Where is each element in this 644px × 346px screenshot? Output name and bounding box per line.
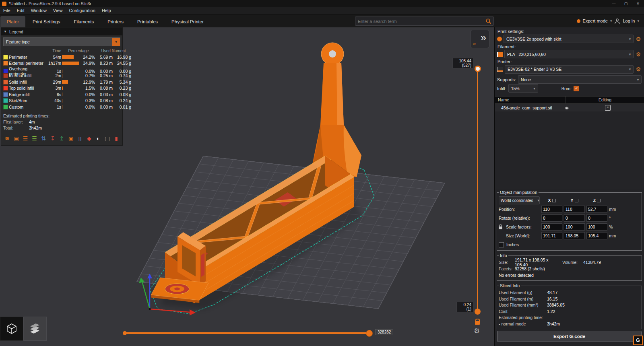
feature-color-swatch (3, 98, 8, 103)
preview-view-button[interactable] (23, 317, 47, 341)
tab-filaments[interactable]: Filaments (67, 16, 100, 27)
object-row[interactable]: 45d-angle_cam_support.stl ◉ ≡ (495, 104, 644, 111)
feature-weight: 24.55 g (114, 61, 131, 66)
printer-dropdown[interactable]: E3V3SE-02 * Ender 3 V3 SE ▾ (505, 65, 634, 74)
feature-label: Internal infill (9, 73, 46, 78)
search-box[interactable] (355, 16, 494, 26)
menu-bar: File Edit Window View Configuration Help (0, 7, 644, 14)
filament-gear-icon[interactable]: ⚙ (635, 51, 642, 58)
size-z-input[interactable] (586, 232, 607, 239)
layer-slider-bottom-handle[interactable] (475, 309, 481, 315)
feature-label: Custom (9, 105, 46, 109)
login-button[interactable]: Log in (623, 19, 635, 23)
tab-plater[interactable]: Plater (0, 16, 25, 27)
feature-bar (62, 62, 80, 65)
infill-dropdown[interactable]: 15% ▾ (508, 84, 538, 93)
mirror-y-icon[interactable] (575, 199, 578, 202)
expert-mode-selector[interactable]: Expert mode (583, 19, 608, 23)
size-y-input[interactable] (564, 232, 585, 239)
uniform-scale-lock-icon[interactable] (499, 227, 502, 229)
layers-orange-icon[interactable]: ☰ (21, 134, 29, 143)
close-button[interactable]: ✕ (632, 0, 644, 7)
legend-toolbar: ≋ ▣ ☰ ☰ ⇅ ↧ ↥ ◉ ▯ ◆ ◐ ▢ ▮ (3, 134, 120, 144)
user-icon (614, 18, 620, 24)
mirror-z-icon[interactable] (597, 199, 601, 202)
rotate-z-input[interactable] (586, 214, 607, 222)
position-z-input[interactable] (586, 206, 607, 213)
tab-physical-printer[interactable]: Physical Printer (165, 16, 210, 27)
dropdown-arrow-icon[interactable]: ▼ (112, 38, 120, 46)
extrusions-icon[interactable]: ≋ (3, 134, 11, 143)
deretractions-icon[interactable]: ↥ (58, 134, 66, 143)
view-type-dropdown[interactable]: Feature type ▼ (3, 37, 120, 46)
collapse-sidebar-button[interactable]: » « (470, 30, 489, 48)
tool-icon[interactable]: ▯ (76, 134, 84, 143)
marker-icon[interactable]: ▮ (112, 134, 120, 143)
tab-printables[interactable]: Printables (131, 16, 164, 27)
travels-icon[interactable]: ⇅ (39, 134, 47, 143)
preview-cube-icon[interactable]: ▢ (103, 134, 111, 143)
menu-configuration[interactable]: Configuration (66, 7, 98, 14)
rotate-label: Rotate (relative): (499, 216, 540, 220)
slider-gear-icon[interactable]: ⚙ (474, 327, 480, 335)
printer-gear-icon[interactable]: ⚙ (635, 66, 642, 72)
mirror-x-icon[interactable] (552, 199, 556, 202)
export-gcode-button[interactable]: Export G-code (497, 331, 642, 342)
menu-window[interactable]: Window (28, 7, 50, 14)
object-manipulation-title: Object manipulation (499, 190, 539, 195)
moves-slider-start-handle[interactable] (123, 331, 127, 335)
col-percentage: Percentage (62, 49, 95, 53)
maximize-button[interactable]: ▢ (620, 0, 632, 7)
scale-z-input[interactable] (586, 223, 607, 231)
position-y-input[interactable] (564, 206, 585, 213)
inches-checkbox[interactable] (499, 242, 504, 247)
scale-y-input[interactable] (564, 223, 585, 231)
layer-slider-top-handle[interactable] (475, 66, 481, 72)
wipe-icon[interactable]: ◉ (67, 134, 75, 143)
menu-edit[interactable]: Edit (14, 7, 28, 14)
3d-viewport[interactable]: » « ▼ Legend Feature type ▼ Time Percent… (0, 27, 494, 346)
position-x-input[interactable] (541, 206, 562, 213)
retractions-icon[interactable]: ↧ (49, 134, 57, 143)
brim-checkbox[interactable]: ✓ (574, 86, 579, 91)
feature-bar (62, 93, 80, 96)
filament-dropdown[interactable]: PLA - 220,215,60,60 ▾ (504, 50, 634, 58)
layers-green-icon[interactable]: ☰ (31, 134, 39, 143)
size-x-input[interactable] (541, 232, 562, 239)
tab-print-settings[interactable]: Print Settings (26, 16, 66, 27)
tab-printers[interactable]: Printers (101, 16, 130, 27)
edit-object-icon[interactable]: ≡ (605, 105, 611, 111)
legend-header[interactable]: ▼ Legend (1, 28, 122, 35)
sliced-info-panel: Sliced Info Used Filament (g)48.17 Used … (497, 283, 642, 329)
rotate-y-input[interactable] (564, 214, 585, 222)
feature-color-swatch (3, 69, 8, 74)
layer-slider-track[interactable] (477, 68, 478, 311)
visibility-eye-icon[interactable]: ◉ (561, 106, 572, 110)
minimize-button[interactable]: — (608, 0, 620, 7)
scale-label: Scale factors: (506, 224, 540, 229)
menu-file[interactable]: File (0, 7, 14, 14)
menu-help[interactable]: Help (99, 7, 114, 14)
moves-slider-handle[interactable] (366, 330, 373, 337)
print-settings-dropdown[interactable]: CE3V3SE 2x speed with skirt ▾ (504, 35, 634, 43)
menu-view[interactable]: View (50, 7, 66, 14)
print-settings-gear-icon[interactable]: ⚙ (635, 36, 642, 42)
collapse-triangle-icon: ▼ (4, 30, 7, 33)
seams-icon[interactable]: ◆ (85, 134, 93, 143)
rotate-x-input[interactable] (541, 214, 562, 222)
editor-view-button[interactable] (0, 317, 23, 341)
search-icon[interactable] (485, 18, 492, 25)
supports-dropdown[interactable]: None ▾ (518, 75, 642, 84)
feature-bar (62, 80, 80, 84)
shells-icon[interactable]: ◐ (94, 134, 102, 143)
gcode-badge-icon[interactable]: G (633, 336, 643, 345)
object-list-area[interactable] (495, 111, 644, 189)
feature-bar (62, 70, 80, 73)
search-input[interactable] (355, 19, 485, 24)
position-unit: mm (609, 207, 619, 212)
coordinates-dropdown[interactable]: World coordinates ▾ (499, 196, 540, 204)
scale-x-input[interactable] (541, 223, 562, 231)
box-icon[interactable]: ▣ (12, 134, 21, 143)
moves-slider-track[interactable] (125, 332, 371, 334)
slider-lock-icon[interactable] (475, 321, 480, 325)
